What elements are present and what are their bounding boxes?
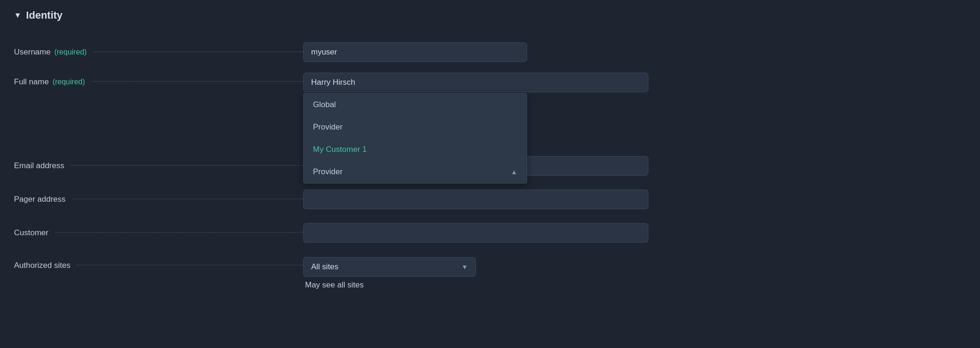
authorized-sites-row: Authorized sites All sites ▼ May see all… bbox=[14, 250, 966, 290]
customer-input[interactable] bbox=[303, 223, 648, 243]
pager-row: Pager address bbox=[14, 183, 966, 216]
collapse-icon[interactable]: ▼ bbox=[14, 11, 21, 20]
dropdown-item-my-customer-label: My Customer 1 bbox=[313, 145, 367, 154]
full-name-input-area: Harry Hirsch Global Provider My Customer… bbox=[303, 73, 966, 92]
pager-input[interactable] bbox=[303, 190, 648, 209]
dropdown-item-global[interactable]: Global bbox=[304, 94, 527, 116]
full-name-dropdown-container: Harry Hirsch Global Provider My Customer… bbox=[303, 73, 648, 92]
username-row: Username (required) bbox=[14, 35, 966, 69]
username-required: (required) bbox=[54, 48, 86, 56]
section-header: ▼ Identity bbox=[14, 9, 966, 21]
pager-label: Pager address bbox=[14, 195, 303, 204]
customer-input-area bbox=[303, 223, 966, 243]
full-name-dropdown-trigger[interactable]: Harry Hirsch bbox=[303, 73, 648, 92]
sites-input-wrapper: All sites ▼ May see all sites bbox=[303, 257, 476, 290]
customer-row: Customer bbox=[14, 216, 966, 250]
dropdown-item-global-label: Global bbox=[313, 100, 336, 109]
dropdown-item-provider[interactable]: Provider bbox=[304, 116, 527, 138]
username-input[interactable] bbox=[303, 42, 527, 62]
authorized-sites-label: Authorized sites bbox=[14, 257, 303, 270]
sites-dropdown-trigger[interactable]: All sites ▼ bbox=[303, 257, 476, 277]
username-input-area bbox=[303, 42, 966, 62]
full-name-row: Full name (required) Harry Hirsch Global… bbox=[14, 69, 966, 102]
authorized-sites-input-area: All sites ▼ May see all sites bbox=[303, 257, 966, 290]
dropdown-item-my-customer[interactable]: My Customer 1 bbox=[304, 138, 527, 161]
form-body: Username (required) Full name (required)… bbox=[14, 35, 966, 290]
full-name-required: (required) bbox=[53, 78, 85, 86]
email-dots bbox=[71, 165, 303, 166]
email-label-text: Email address bbox=[14, 161, 64, 171]
username-label: Username (required) bbox=[14, 48, 303, 57]
email-label: Email address bbox=[14, 161, 303, 171]
full-name-label-text: Full name bbox=[14, 77, 49, 87]
authorized-sites-dots bbox=[77, 265, 303, 266]
customer-label: Customer bbox=[14, 228, 303, 238]
dropdown-item-provider2[interactable]: Provider ▲ bbox=[304, 161, 527, 183]
pager-dots bbox=[72, 198, 303, 199]
dropdown-item-provider2-label: Provider bbox=[313, 167, 342, 177]
pager-label-text: Pager address bbox=[14, 195, 66, 204]
dropdown-item-provider-label: Provider bbox=[313, 123, 342, 132]
username-dots bbox=[93, 51, 303, 52]
full-name-value: Harry Hirsch bbox=[311, 78, 355, 87]
customer-dots bbox=[55, 232, 303, 233]
full-name-label: Full name (required) bbox=[14, 73, 303, 87]
username-label-text: Username bbox=[14, 48, 50, 57]
full-name-dropdown-menu: Global Provider My Customer 1 Provider ▲ bbox=[303, 93, 527, 184]
customer-label-text: Customer bbox=[14, 228, 49, 238]
page-container: ▼ Identity Username (required) Full name… bbox=[0, 0, 980, 299]
sites-dropdown-value: All sites bbox=[311, 262, 339, 272]
sites-help-text: May see all sites bbox=[303, 280, 476, 290]
chevron-down-icon: ▼ bbox=[461, 263, 468, 271]
section-title: Identity bbox=[26, 9, 63, 21]
up-arrow-icon: ▲ bbox=[511, 168, 517, 176]
full-name-dots bbox=[91, 81, 303, 82]
pager-input-area bbox=[303, 190, 966, 209]
authorized-sites-label-text: Authorized sites bbox=[14, 261, 70, 270]
